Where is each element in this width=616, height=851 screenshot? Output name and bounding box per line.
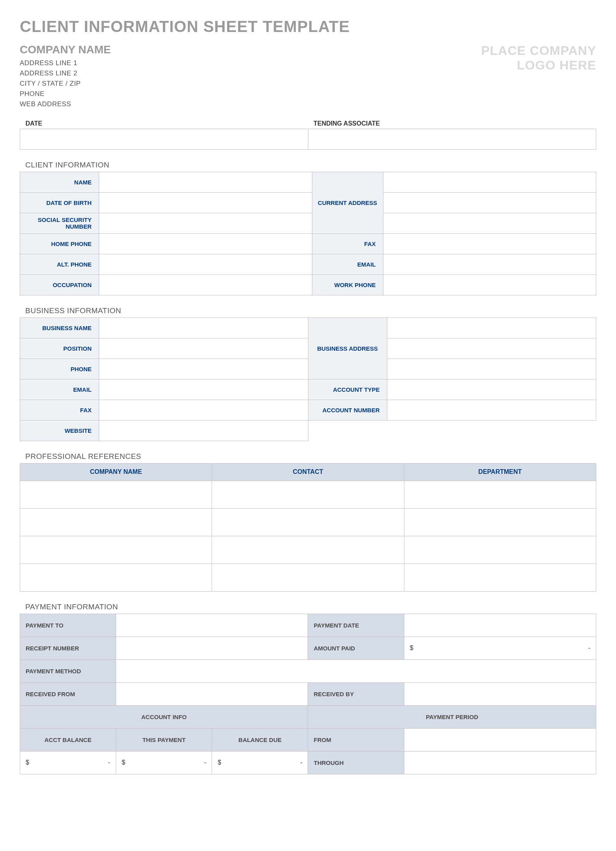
- this-payment-dash: -: [204, 759, 206, 766]
- ref-contact-3[interactable]: [212, 536, 404, 564]
- ref-company-2[interactable]: [20, 508, 212, 536]
- business-phone-label: PHONE: [20, 359, 99, 379]
- payment-heading: PAYMENT INFORMATION: [25, 603, 596, 611]
- acct-balance-dash: -: [108, 759, 110, 766]
- ref-company-3[interactable]: [20, 536, 212, 564]
- from-input[interactable]: [404, 728, 596, 751]
- payment-period-header: PAYMENT PERIOD: [308, 705, 596, 728]
- company-name: COMPANY NAME: [20, 43, 111, 56]
- company-city-state-zip: CITY / STATE / ZIP: [20, 80, 111, 88]
- account-type-input[interactable]: [387, 379, 596, 400]
- current-address-line2[interactable]: [383, 192, 596, 213]
- date-input[interactable]: [20, 129, 308, 149]
- home-phone-label: HOME PHONE: [20, 233, 99, 254]
- occupation-label: OCCUPATION: [20, 274, 99, 295]
- account-number-input[interactable]: [387, 400, 596, 420]
- ref-department-4[interactable]: [404, 564, 596, 591]
- acct-balance-currency: $: [26, 759, 29, 766]
- balance-due-currency: $: [218, 759, 221, 766]
- business-address-line1[interactable]: [387, 317, 596, 338]
- ref-contact-2[interactable]: [212, 508, 404, 536]
- ref-contact-1[interactable]: [212, 481, 404, 508]
- work-phone-input[interactable]: [383, 274, 596, 295]
- from-label: FROM: [308, 728, 404, 751]
- payment-date-label: PAYMENT DATE: [308, 614, 404, 637]
- balance-due-input[interactable]: $ -: [212, 751, 308, 774]
- current-address-line3[interactable]: [383, 213, 596, 233]
- ref-department-3[interactable]: [404, 536, 596, 564]
- website-label: WEBSITE: [20, 420, 99, 441]
- ref-contact-header: CONTACT: [212, 463, 404, 481]
- amount-paid-label: AMOUNT PAID: [308, 637, 404, 659]
- logo-placeholder-line2: LOGO HERE: [481, 58, 596, 73]
- acct-balance-input[interactable]: $ -: [20, 751, 116, 774]
- company-block: COMPANY NAME ADDRESS LINE 1 ADDRESS LINE…: [20, 43, 111, 111]
- client-name-input[interactable]: [99, 172, 312, 192]
- ref-company-4[interactable]: [20, 564, 212, 591]
- amount-paid-dash: -: [588, 644, 590, 652]
- client-name-label: NAME: [20, 172, 99, 192]
- position-input[interactable]: [99, 338, 308, 359]
- balance-due-dash: -: [300, 759, 302, 766]
- through-label: THROUGH: [308, 751, 404, 774]
- position-label: POSITION: [20, 338, 99, 359]
- payment-to-input[interactable]: [116, 614, 308, 637]
- ref-department-2[interactable]: [404, 508, 596, 536]
- ref-contact-4[interactable]: [212, 564, 404, 591]
- business-address-label: BUSINESS ADDRESS: [308, 317, 387, 379]
- this-payment-label: THIS PAYMENT: [116, 728, 212, 751]
- payment-method-input[interactable]: [116, 659, 596, 682]
- client-fax-label: FAX: [312, 233, 383, 254]
- acct-balance-label: ACCT BALANCE: [20, 728, 116, 751]
- business-phone-input[interactable]: [99, 359, 308, 379]
- occupation-input[interactable]: [99, 274, 312, 295]
- ref-department-1[interactable]: [404, 481, 596, 508]
- received-by-input[interactable]: [404, 682, 596, 705]
- receipt-number-label: RECEIPT NUMBER: [20, 637, 116, 659]
- tending-associate-input[interactable]: [308, 129, 596, 149]
- company-web: WEB ADDRESS: [20, 100, 111, 108]
- this-payment-currency: $: [122, 759, 125, 766]
- company-phone: PHONE: [20, 90, 111, 98]
- website-input[interactable]: [99, 420, 308, 441]
- alt-phone-input[interactable]: [99, 254, 312, 274]
- date-label: DATE: [20, 118, 308, 129]
- business-address-line3[interactable]: [387, 359, 596, 379]
- client-fax-input[interactable]: [383, 233, 596, 254]
- through-input[interactable]: [404, 751, 596, 774]
- client-ssn-input[interactable]: [99, 213, 312, 233]
- company-address-1: ADDRESS LINE 1: [20, 59, 111, 67]
- page-title: CLIENT INFORMATION SHEET TEMPLATE: [20, 18, 596, 36]
- business-name-input[interactable]: [99, 317, 308, 338]
- client-dob-label: DATE OF BIRTH: [20, 192, 99, 213]
- business-address-line2[interactable]: [387, 338, 596, 359]
- payment-method-label: PAYMENT METHOD: [20, 659, 116, 682]
- amount-paid-input[interactable]: $ -: [404, 637, 596, 659]
- received-by-label: RECEIVED BY: [308, 682, 404, 705]
- received-from-input[interactable]: [116, 682, 308, 705]
- account-number-label: ACCOUNT NUMBER: [308, 400, 387, 420]
- client-email-label: EMAIL: [312, 254, 383, 274]
- this-payment-input[interactable]: $ -: [116, 751, 212, 774]
- account-info-header: ACCOUNT INFO: [20, 705, 308, 728]
- payment-date-input[interactable]: [404, 614, 596, 637]
- ref-company-header: COMPANY NAME: [20, 463, 212, 481]
- client-email-input[interactable]: [383, 254, 596, 274]
- account-type-label: ACCOUNT TYPE: [308, 379, 387, 400]
- received-from-label: RECEIVED FROM: [20, 682, 116, 705]
- business-fax-label: FAX: [20, 400, 99, 420]
- business-email-input[interactable]: [99, 379, 308, 400]
- client-dob-input[interactable]: [99, 192, 312, 213]
- ref-company-1[interactable]: [20, 481, 212, 508]
- balance-due-label: BALANCE DUE: [212, 728, 308, 751]
- payment-to-label: PAYMENT TO: [20, 614, 116, 637]
- current-address-line1[interactable]: [383, 172, 596, 192]
- company-address-2: ADDRESS LINE 2: [20, 70, 111, 77]
- work-phone-label: WORK PHONE: [312, 274, 383, 295]
- receipt-number-input[interactable]: [116, 637, 308, 659]
- references-heading: PROFESSIONAL REFERENCES: [25, 452, 596, 461]
- business-fax-input[interactable]: [99, 400, 308, 420]
- logo-placeholder-line1: PLACE COMPANY: [481, 43, 596, 58]
- ref-department-header: DEPARTMENT: [404, 463, 596, 481]
- home-phone-input[interactable]: [99, 233, 312, 254]
